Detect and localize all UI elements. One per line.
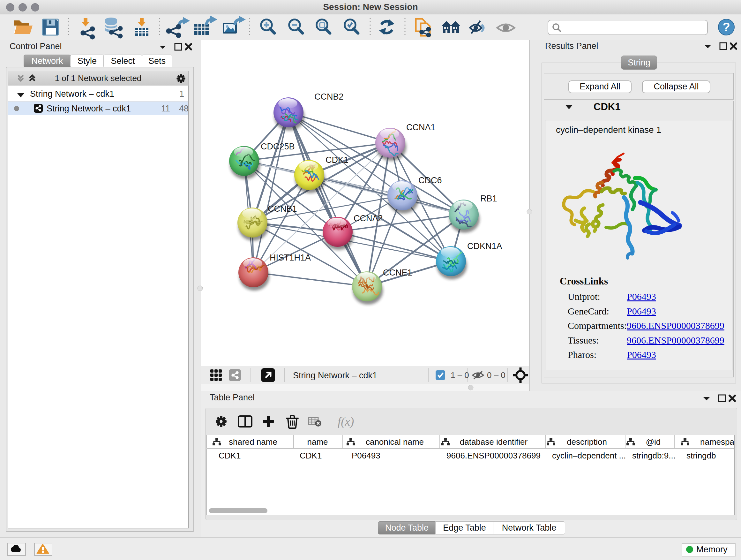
svg-text:database identifier: database identifier	[460, 437, 528, 447]
svg-text:RB1: RB1	[480, 194, 497, 203]
svg-text:CDK1: CDK1	[326, 155, 348, 165]
svg-text:1 – 0: 1 – 0	[451, 370, 469, 380]
svg-text:description: description	[567, 437, 607, 447]
svg-text:CDK1: CDK1	[300, 451, 322, 460]
svg-text:canonical name: canonical name	[366, 437, 424, 447]
svg-text:CDC6: CDC6	[418, 176, 442, 185]
svg-text:shared name: shared name	[229, 437, 277, 447]
svg-text:CDK1: CDK1	[219, 451, 241, 460]
svg-text:HIST1H1A: HIST1H1A	[270, 253, 311, 262]
svg-text:stringdb:9...: stringdb:9...	[632, 451, 676, 460]
svg-text:P06493: P06493	[352, 451, 381, 460]
svg-text:CCNA2: CCNA2	[354, 213, 383, 223]
svg-text:CCNB1: CCNB1	[268, 204, 297, 213]
svg-text:name: name	[307, 437, 328, 447]
svg-text:CDKN1A: CDKN1A	[467, 241, 502, 251]
svg-text:cyclin–dependent ...: cyclin–dependent ...	[552, 451, 626, 460]
svg-text:String Network – cdk1: String Network – cdk1	[293, 371, 377, 380]
svg-text:?: ?	[723, 20, 730, 34]
svg-text:f(x): f(x)	[338, 415, 354, 428]
svg-text:namespace: namespace	[700, 437, 734, 447]
svg-text:0 – 0: 0 – 0	[487, 370, 506, 380]
svg-text:@id: @id	[646, 437, 661, 447]
svg-text:CCNA1: CCNA1	[406, 123, 435, 132]
svg-text:stringdb: stringdb	[686, 451, 716, 460]
svg-text:CDC25B: CDC25B	[261, 142, 295, 151]
svg-text:CCNB2: CCNB2	[314, 92, 344, 102]
svg-text:CCNE1: CCNE1	[383, 268, 412, 277]
svg-text:9606.ENSP00000378699: 9606.ENSP00000378699	[447, 451, 541, 460]
